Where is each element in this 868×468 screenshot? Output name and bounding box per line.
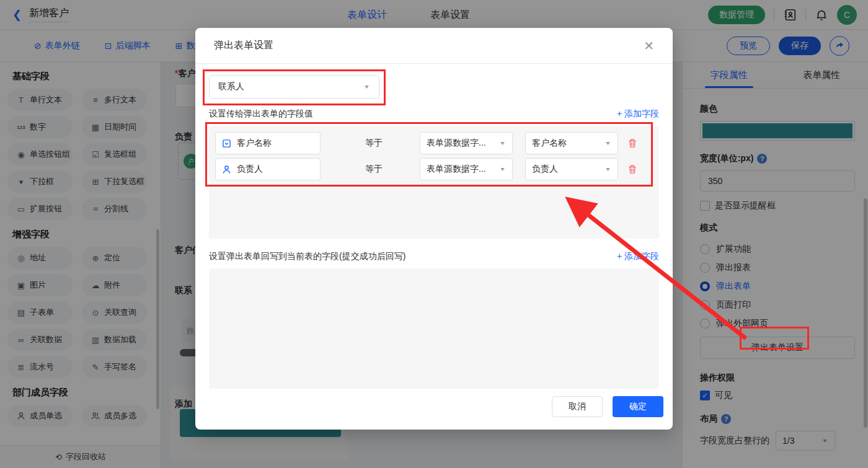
cancel-button[interactable]: 取消 [552, 396, 603, 417]
source-field-select[interactable]: 负责人▼ [525, 158, 618, 180]
add-field-link[interactable]: + 添加字段 [617, 108, 659, 120]
delete-row-icon[interactable] [627, 164, 637, 174]
close-icon[interactable]: ✕ [644, 40, 654, 52]
form-designer-app: ❮ 新增客户 表单设计表单设置 数据管理 C ⊘表单外链⊡后端脚本⊞数据权限 预… [0, 0, 868, 468]
popup-form-settings-modal: 弹出表单设置 ✕ 联系人 ▼ 设置传给弹出表单的字段值 + 添加字段 客户名称等… [195, 28, 673, 430]
source-field-select[interactable]: 客户名称▼ [525, 132, 618, 154]
source-type-select[interactable]: 表单源数据字...▼ [420, 158, 513, 180]
chevron-down-icon: ▼ [363, 84, 370, 90]
field-mapping-row: 客户名称等于表单源数据字...▼客户名称▼ [215, 132, 653, 154]
select-field-icon [222, 139, 231, 148]
chevron-down-icon: ▼ [604, 140, 611, 146]
modal-title: 弹出表单设置 [214, 39, 273, 52]
chevron-down-icon: ▼ [499, 140, 506, 146]
source-type-select[interactable]: 表单源数据字...▼ [420, 132, 513, 154]
target-form-select[interactable]: 联系人 ▼ [209, 75, 379, 99]
person-icon [222, 165, 231, 174]
chevron-down-icon: ▼ [499, 166, 506, 172]
chevron-down-icon: ▼ [604, 166, 611, 172]
field-mapping-row: 负责人等于表单源数据字...▼负责人▼ [215, 158, 653, 180]
target-field-box[interactable]: 客户名称 [215, 132, 321, 154]
add-field-link[interactable]: + 添加字段 [617, 251, 659, 262]
writeback-section-label: 设置弹出表单回写到当前表的字段(提交成功后回写) [209, 251, 405, 262]
operator-label: 等于 [365, 164, 386, 175]
pass-section-label: 设置传给弹出表单的字段值 [209, 108, 313, 120]
writeback-fields-panel [209, 268, 659, 389]
confirm-button[interactable]: 确定 [613, 396, 663, 417]
operator-label: 等于 [365, 138, 386, 149]
delete-row-icon[interactable] [627, 138, 637, 148]
target-field-box[interactable]: 负责人 [215, 158, 321, 180]
pass-fields-panel: 客户名称等于表单源数据字...▼客户名称▼负责人等于表单源数据字...▼负责人▼ [209, 126, 659, 239]
